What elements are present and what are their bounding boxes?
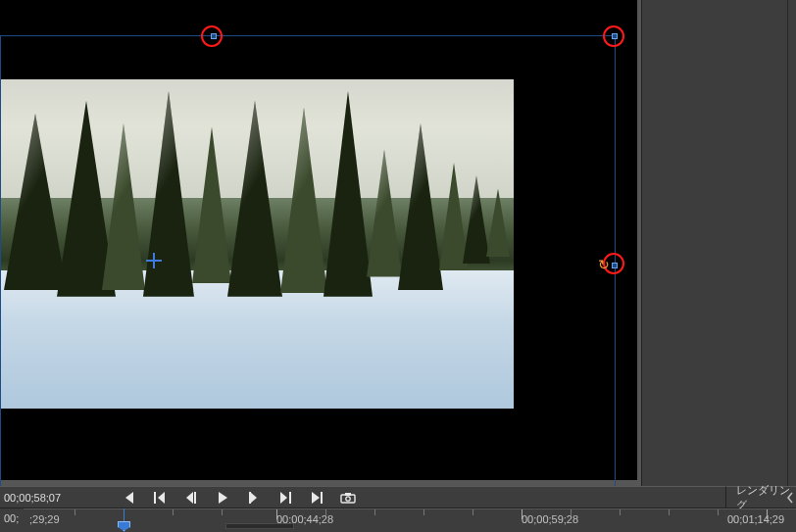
svg-rect-0 <box>154 492 156 504</box>
rotate-cursor-icon: ↻ <box>598 257 612 270</box>
preview-canvas[interactable]: ↻ <box>0 0 637 480</box>
current-timecode[interactable]: 00;00;58;07 <box>0 492 116 504</box>
chevron-left-icon <box>786 492 794 506</box>
annotation-circle <box>603 25 624 47</box>
anchor-point-icon[interactable] <box>146 253 162 268</box>
svg-rect-3 <box>289 492 291 504</box>
app-root: ↻ 00;00;58;07 <box>0 0 796 532</box>
go-to-out-button[interactable] <box>308 490 325 506</box>
transform-handle-right-center[interactable] <box>612 263 618 268</box>
next-frame-button[interactable] <box>276 490 294 506</box>
annotation-circle <box>201 25 223 47</box>
prev-frame-button[interactable] <box>151 490 169 506</box>
right-panel <box>641 0 796 532</box>
annotation-circle <box>603 253 624 274</box>
svg-point-6 <box>346 496 350 500</box>
timeline-row: 00; ;29;29 00;00;44;28 00;00;59;28 00;01… <box>0 508 796 532</box>
svg-rect-1 <box>194 492 196 504</box>
cti-head-icon[interactable] <box>118 521 130 531</box>
snapshot-button[interactable] <box>339 490 357 506</box>
preview-panel: ↻ <box>0 0 641 486</box>
ruler-tick-label: ;29;29 <box>29 513 60 525</box>
play-button[interactable] <box>214 490 231 506</box>
panel-divider[interactable] <box>787 0 788 532</box>
step-back-button[interactable] <box>182 490 200 506</box>
transform-handle-top-right[interactable] <box>612 33 618 39</box>
transform-handle-top-center[interactable] <box>211 33 217 39</box>
video-frame[interactable] <box>0 79 514 409</box>
svg-rect-5 <box>345 493 351 496</box>
transport-buttons <box>116 490 357 506</box>
work-area-bar[interactable] <box>225 523 294 529</box>
go-to-in-button[interactable] <box>120 490 137 506</box>
transport-bar: 00;00;58;07 <box>0 486 796 508</box>
rendering-panel-tab[interactable]: レンダリング <box>725 486 796 508</box>
timeline-zero-label: 00; <box>4 512 19 524</box>
ruler-tick-label: 00;01;14;29 <box>727 513 784 525</box>
step-forward-button[interactable] <box>245 490 263 506</box>
timeline-ruler[interactable]: ;29;29 00;00;44;28 00;00;59;28 00;01;14;… <box>24 508 796 532</box>
svg-rect-2 <box>249 492 251 504</box>
